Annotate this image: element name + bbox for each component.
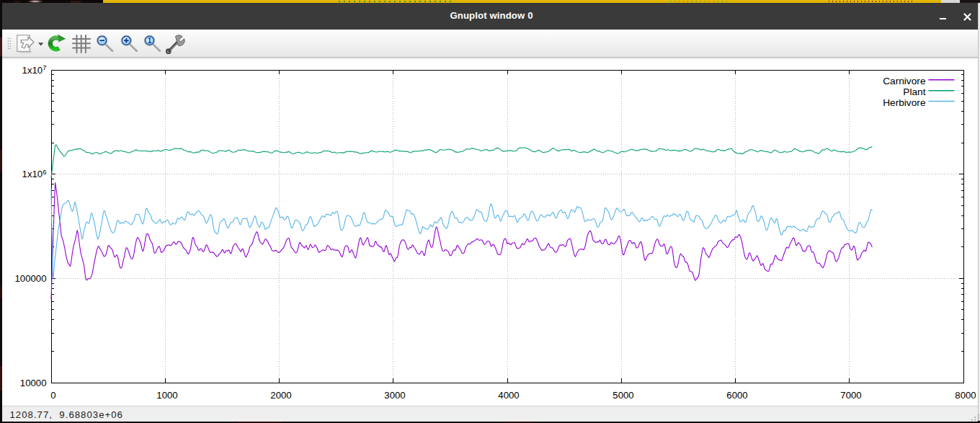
svg-text:1x107: 1x107 <box>22 63 47 76</box>
svg-text:Carnivore: Carnivore <box>883 76 925 86</box>
svg-text:2000: 2000 <box>270 390 291 401</box>
svg-text:7000: 7000 <box>840 390 861 401</box>
svg-text:1000: 1000 <box>156 390 177 401</box>
svg-text:1x106: 1x106 <box>22 168 47 180</box>
svg-text:100000: 100000 <box>14 273 46 284</box>
svg-text:6000: 6000 <box>726 390 747 401</box>
svg-text:10000: 10000 <box>20 378 47 388</box>
svg-text:5000: 5000 <box>612 390 633 401</box>
svg-text:Plant: Plant <box>903 86 925 97</box>
svg-text:8000: 8000 <box>955 390 976 401</box>
svg-text:3000: 3000 <box>384 390 405 401</box>
svg-text:0: 0 <box>50 390 55 401</box>
svg-text:Herbivore: Herbivore <box>883 97 925 108</box>
svg-text:4000: 4000 <box>498 390 519 401</box>
